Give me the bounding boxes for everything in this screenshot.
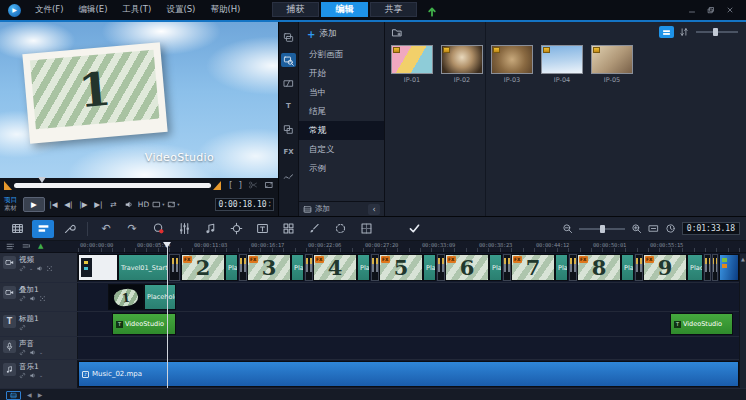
trim-handle-left[interactable] (4, 181, 12, 190)
transition-clip[interactable] (569, 254, 577, 281)
numbered-placeholder-clip[interactable]: FX2 (181, 254, 225, 281)
placeholder-clip[interactable]: Pla (489, 254, 502, 281)
instant-project-icon[interactable] (281, 53, 296, 67)
mode-project[interactable]: 项目 (4, 196, 17, 204)
template-thumbnail-3[interactable]: IP-03 (491, 45, 533, 84)
track-manager-button[interactable] (6, 391, 21, 400)
menu-item-4[interactable]: 设置(S) (166, 4, 195, 16)
placeholder-clip[interactable]: Placehold (144, 284, 176, 310)
zoom-in-button[interactable] (631, 223, 642, 234)
add-template-button[interactable]: + 添加 (299, 25, 384, 43)
transition-clip[interactable] (437, 254, 445, 281)
volume-icon[interactable] (36, 265, 43, 272)
minimize-button[interactable] (688, 6, 696, 14)
numbered-placeholder-clip[interactable]: FX4 (313, 254, 357, 281)
track-content[interactable]: 1Placehold (78, 283, 746, 311)
toolbox-button[interactable] (58, 220, 80, 238)
transition-clip[interactable] (704, 254, 711, 281)
track-height-button[interactable] (22, 242, 31, 251)
thumbnail-size-slider[interactable] (696, 31, 738, 33)
link-icon[interactable] (19, 324, 26, 331)
title-clip[interactable]: TVideoStudio (670, 313, 733, 335)
track-header[interactable]: 叠加1 (0, 283, 78, 311)
split-screen-template-button[interactable] (277, 220, 299, 238)
transition-clip[interactable] (371, 254, 379, 281)
numbered-placeholder-clip[interactable]: FX3 (247, 254, 291, 281)
import-template-label[interactable]: 添加 (315, 204, 330, 214)
menu-item-3[interactable]: 工具(T) (123, 4, 152, 16)
ripple-edit-button[interactable] (403, 220, 425, 238)
title-icon[interactable]: T (281, 99, 296, 113)
enlarge-preview-button[interactable] (264, 180, 274, 190)
template-thumbnail-4[interactable]: IP-04 (541, 45, 583, 84)
mark-in-button[interactable]: [ (229, 180, 233, 190)
import-media-folder-icon[interactable] (391, 27, 403, 38)
placeholder-clip[interactable]: Pla (423, 254, 436, 281)
trim-handle-right[interactable] (213, 181, 221, 190)
split-clip-button[interactable] (248, 180, 258, 190)
ripple-icon[interactable] (39, 295, 46, 302)
numbered-placeholder-clip[interactable]: FX6 (445, 254, 489, 281)
placeholder-clip[interactable]: Pla (225, 254, 238, 281)
category-item-2[interactable]: 开始 (299, 64, 384, 83)
track-header[interactable]: 声音⌄ (0, 337, 78, 359)
undo-button[interactable]: ↶ (95, 220, 117, 238)
playhead-marker-icon[interactable] (163, 242, 171, 248)
track-content[interactable]: Travel01_StartFX2PlaFX3PlaFX4PlaFX5PlaFX… (78, 253, 746, 282)
home-button[interactable]: |◀ (47, 197, 60, 212)
fit-project-button[interactable] (648, 223, 659, 234)
track-header[interactable]: T标题1 (0, 312, 78, 336)
scroll-to-playhead-button[interactable]: ▲ (38, 243, 43, 250)
link-icon[interactable] (19, 265, 26, 272)
link-icon[interactable] (19, 295, 26, 302)
numbered-placeholder-clip[interactable]: FX7 (511, 254, 555, 281)
volume-icon[interactable] (29, 372, 36, 379)
volume-button[interactable] (122, 197, 135, 212)
numbered-placeholder-clip[interactable]: FX5 (379, 254, 423, 281)
link-icon[interactable] (19, 349, 26, 356)
track-list-button[interactable] (6, 242, 15, 251)
tab-share[interactable]: 共享 (370, 2, 417, 17)
scroll-right-button[interactable]: ▶ (38, 392, 43, 398)
close-button[interactable] (726, 6, 734, 14)
menu-item-1[interactable]: 文件(F) (35, 4, 64, 16)
chevron-down-icon[interactable]: ⌄ (29, 266, 33, 271)
category-item-5[interactable]: 常规 (299, 121, 384, 140)
link-icon[interactable] (19, 372, 26, 379)
slider-knob[interactable] (600, 225, 605, 233)
seek-marker[interactable] (38, 177, 46, 183)
template-thumbnail-2[interactable]: IP-02 (441, 45, 483, 84)
prev-frame-button[interactable]: ◀| (62, 197, 75, 212)
track-content[interactable]: ♪Music_02.mpa (78, 360, 746, 388)
transition-clip[interactable] (169, 254, 180, 281)
placeholder-clip[interactable]: Travel01_Start (118, 254, 168, 281)
track-content[interactable] (78, 337, 746, 359)
track-transparency-button[interactable] (355, 220, 377, 238)
placeholder-clip[interactable]: Pla (291, 254, 304, 281)
preview-options-button[interactable]: ▾ (167, 197, 180, 212)
motion-path-icon[interactable] (281, 168, 296, 182)
sound-mixer-button[interactable] (173, 220, 195, 238)
preview-timecode[interactable]: 0:00:18.10 ▴▾ (215, 198, 274, 211)
hd-toggle[interactable]: HD (137, 197, 150, 212)
restore-button[interactable] (707, 6, 715, 14)
transition-clip[interactable] (503, 254, 511, 281)
volume-icon[interactable] (29, 295, 36, 302)
import-template-icon[interactable] (303, 205, 312, 214)
filter-fx-icon[interactable]: FX (281, 145, 296, 159)
music-clip[interactable]: ♪Music_02.mpa (78, 361, 739, 387)
collapse-panel-button[interactable]: ‹ (368, 204, 380, 215)
transition-clip[interactable] (635, 254, 643, 281)
slider-knob[interactable] (713, 28, 718, 36)
template-thumbnail-1[interactable]: IP-01 (391, 45, 433, 84)
numbered-placeholder-clip[interactable]: FX8 (577, 254, 621, 281)
scroll-up-icon[interactable]: ▲ (741, 256, 745, 388)
category-item-3[interactable]: 当中 (299, 83, 384, 102)
repeat-button[interactable]: ⇄ (107, 197, 120, 212)
chevron-down-icon[interactable]: ⌄ (39, 373, 43, 378)
record-capture-button[interactable] (147, 220, 169, 238)
category-item-4[interactable]: 结尾 (299, 102, 384, 121)
sort-icon[interactable] (679, 27, 689, 37)
scroll-left-button[interactable]: ◀ (27, 392, 32, 398)
track-content[interactable]: TVideoStudioTVideoStudio (78, 312, 746, 336)
